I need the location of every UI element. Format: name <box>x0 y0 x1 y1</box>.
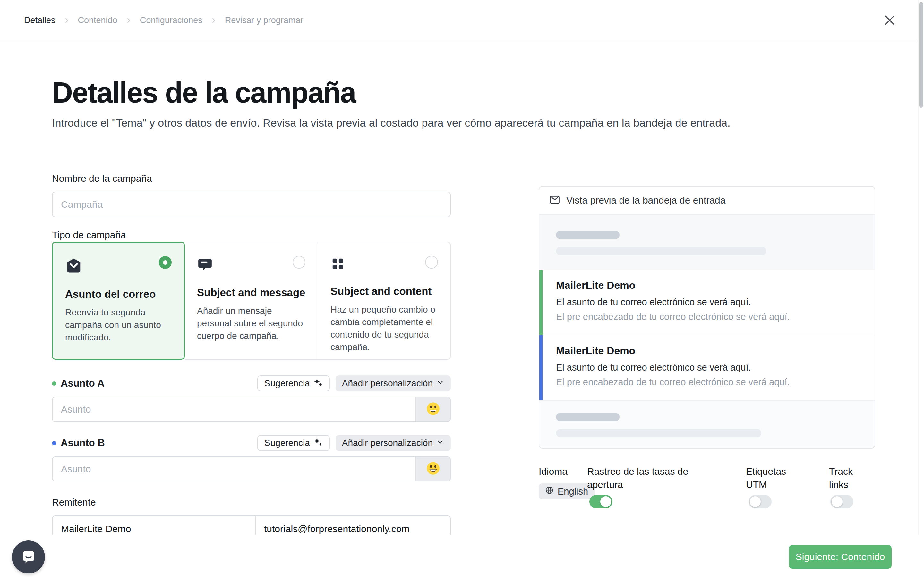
chat-support-button[interactable] <box>12 540 45 574</box>
variant-a-stripe <box>540 270 543 335</box>
card-title: Subject and message <box>197 287 305 299</box>
subject-b-input-group <box>52 456 451 482</box>
chevron-down-icon <box>436 378 444 389</box>
card-description: Añadir un mensaje personal sobre el segu… <box>197 305 305 342</box>
close-icon <box>883 13 897 29</box>
chevron-right-icon <box>63 17 70 24</box>
inbox-preview-panel: Vista previa de la bandeja de entrada Ma… <box>539 186 875 449</box>
inbox-skeleton-row <box>540 215 875 270</box>
grid-icon <box>330 267 345 272</box>
campaign-type-option-subject[interactable]: Asunto del correo Reenvía tu segunda cam… <box>52 242 185 359</box>
language-selector[interactable]: English <box>539 484 594 500</box>
campaign-type-label: Tipo de campaña <box>52 229 126 240</box>
campaign-details-modal: Detalles Contenido Configuraciones Revis… <box>0 0 924 577</box>
subject-b-label: Asunto B <box>52 437 105 449</box>
breadcrumb-item-contenido[interactable]: Contenido <box>78 15 118 25</box>
preview-email-row-a: MailerLite Demo El asunto de tu correo e… <box>540 270 875 335</box>
breadcrumb: Detalles Contenido Configuraciones Revis… <box>24 15 303 25</box>
toggle-knob <box>832 496 843 507</box>
chevron-down-icon <box>436 438 444 448</box>
utm-tags-label: Etiquetas UTM <box>746 465 804 491</box>
add-personalization-button[interactable]: Añadir personalización <box>336 435 451 451</box>
skeleton-bar <box>556 429 761 437</box>
add-personalization-label: Añadir personalización <box>342 438 433 448</box>
subject-b-input[interactable] <box>53 457 415 481</box>
skeleton-bar <box>556 413 620 421</box>
page-title: Detalles de la campaña <box>52 76 355 109</box>
open-rate-tracking-label: Rastreo de las tasas de apertura <box>587 465 703 491</box>
card-title: Subject and content <box>330 285 438 298</box>
language-label: Idioma <box>539 465 567 478</box>
subject-b-row: Asunto B Sugerencia Añadir personalizaci… <box>52 434 451 452</box>
subject-a-label-text: Asunto A <box>61 378 105 389</box>
breadcrumb-item-revisar[interactable]: Revisar y programar <box>225 15 304 25</box>
inbox-skeleton-row <box>540 401 875 448</box>
emoji-picker-button[interactable] <box>415 457 450 481</box>
subject-a-row: Asunto A Sugerencia Añadir personalizaci… <box>52 374 451 392</box>
subject-b-label-text: Asunto B <box>61 437 105 449</box>
skeleton-bar <box>556 231 620 239</box>
globe-icon <box>545 486 554 497</box>
chevron-right-icon <box>125 17 132 24</box>
track-links-label: Track links <box>829 465 867 491</box>
campaign-name-label: Nombre de la campaña <box>52 173 152 184</box>
campaign-name-input[interactable] <box>52 192 451 218</box>
sparkles-icon <box>313 437 323 449</box>
preview-email-row-b: MailerLite Demo El asunto de tu correo e… <box>540 335 875 401</box>
top-bar: Detalles Contenido Configuraciones Revis… <box>0 0 924 41</box>
radio-unselected-icon[interactable] <box>425 256 438 269</box>
language-value: English <box>557 486 588 497</box>
chat-bubble-icon <box>19 548 37 567</box>
preview-sender: MailerLite Demo <box>556 279 865 292</box>
subject-a-input-group <box>52 397 451 422</box>
utm-tags-toggle[interactable] <box>748 495 772 508</box>
mail-icon <box>549 193 561 207</box>
breadcrumb-item-detalles[interactable]: Detalles <box>24 15 55 25</box>
subject-a-label: Asunto A <box>52 378 105 389</box>
smiley-emoji-icon <box>426 401 441 417</box>
scrollbar-thumb[interactable] <box>919 2 923 108</box>
preview-preheader: El pre encabezado de tu correo electróni… <box>556 311 865 322</box>
sparkles-icon <box>313 378 323 390</box>
campaign-type-options: Asunto del correo Reenvía tu segunda cam… <box>52 242 451 359</box>
add-personalization-label: Añadir personalización <box>342 378 433 388</box>
subject-b-actions: Sugerencia Añadir personalización <box>257 435 451 451</box>
page-subtitle: Introduce el "Tema" y otros datos de env… <box>52 117 838 129</box>
toggle-knob <box>750 496 761 507</box>
suggestion-button[interactable]: Sugerencia <box>257 376 330 392</box>
inbox-preview-header: Vista previa de la bandeja de entrada <box>540 187 875 215</box>
suggestion-button-label: Sugerencia <box>264 438 310 448</box>
emoji-picker-button[interactable] <box>415 398 450 421</box>
campaign-type-option-content[interactable]: Subject and content Haz un pequeño cambi… <box>318 242 451 359</box>
track-links-toggle[interactable] <box>830 495 853 508</box>
close-button[interactable] <box>882 13 897 28</box>
suggestion-button-label: Sugerencia <box>264 378 310 388</box>
card-title: Asunto del correo <box>65 288 172 300</box>
breadcrumb-item-configuraciones[interactable]: Configuraciones <box>140 15 202 25</box>
suggestion-button[interactable]: Sugerencia <box>257 435 330 451</box>
preview-preheader: El pre encabezado de tu correo electróni… <box>556 377 865 388</box>
preview-subject: El asunto de tu correo electrónico se ve… <box>556 297 865 308</box>
next-content-button[interactable]: Siguiente: Contenido <box>789 545 892 569</box>
footer-bar <box>0 535 924 577</box>
radio-unselected-icon[interactable] <box>292 256 305 269</box>
subject-a-input[interactable] <box>53 398 415 421</box>
subject-a-actions: Sugerencia Añadir personalización <box>257 376 451 392</box>
skeleton-bar <box>556 247 766 255</box>
preview-subject: El asunto de tu correo electrónico se ve… <box>556 362 865 373</box>
scrollbar-track[interactable] <box>918 0 924 577</box>
preview-sender: MailerLite Demo <box>556 345 865 357</box>
variant-b-stripe <box>540 335 543 400</box>
campaign-type-option-message[interactable]: Subject and message Añadir un mensaje pe… <box>185 242 318 359</box>
smiley-emoji-icon <box>426 461 441 477</box>
add-personalization-button[interactable]: Añadir personalización <box>336 376 451 392</box>
toggle-knob <box>600 496 611 507</box>
message-icon <box>197 268 213 274</box>
chevron-right-icon <box>210 17 217 24</box>
sender-label: Remitente <box>52 497 96 508</box>
blue-dot-icon <box>52 441 56 445</box>
card-description: Haz un pequeño cambio o cambia completam… <box>330 303 439 353</box>
green-dot-icon <box>52 382 56 386</box>
open-rate-tracking-toggle[interactable] <box>590 495 612 508</box>
radio-selected-icon[interactable] <box>159 256 172 269</box>
